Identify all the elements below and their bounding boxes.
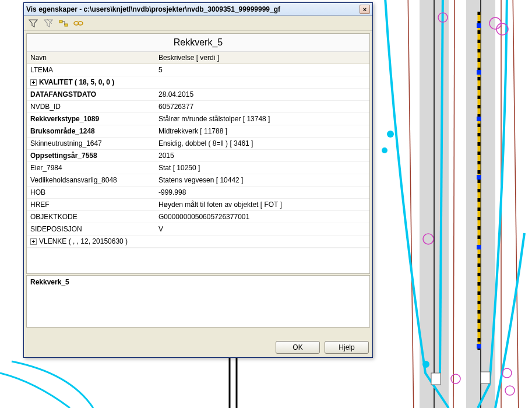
property-row[interactable]: HREFHøyden målt til foten av objektet [ … xyxy=(27,199,369,211)
property-value: Stålrør m/runde stålstolper [ 13748 ] xyxy=(155,113,369,125)
svg-rect-12 xyxy=(477,117,481,121)
property-key: DATAFANGSTDATO xyxy=(27,89,155,101)
svg-rect-15 xyxy=(477,344,481,349)
property-key: Eier_7984 xyxy=(27,162,155,174)
property-row[interactable]: DATAFANGSTDATO28.04.2015 xyxy=(27,89,369,101)
property-key: Skinneutrustning_1647 xyxy=(27,138,155,150)
property-key-text: Skinneutrustning_1647 xyxy=(30,139,102,147)
svg-point-17 xyxy=(382,147,387,153)
property-value: Ensidig, dobbel ( 8=ll ) [ 3461 ] xyxy=(155,138,369,150)
property-key-text: NVDB_ID xyxy=(30,103,61,111)
window-title: Vis egenskaper - c:\users\knjetl\nvdb\pr… xyxy=(26,5,360,13)
svg-rect-11 xyxy=(477,70,481,75)
property-key-text: Vedlikeholdsansvarlig_8048 xyxy=(30,176,117,184)
property-row[interactable]: OBJEKTKODEG0000000050605726377001 xyxy=(27,211,369,223)
property-row[interactable]: LTEMA5 xyxy=(27,64,369,76)
property-key-text: Bruksområde_1248 xyxy=(30,127,95,135)
svg-line-5 xyxy=(513,0,519,408)
svg-point-18 xyxy=(422,361,429,368)
selection-panel: Rekkverk_5 xyxy=(26,275,370,328)
property-value: -999.998 xyxy=(155,187,369,199)
property-key-text: HOB xyxy=(30,188,45,196)
property-key-text: Eier_7984 xyxy=(30,164,62,172)
svg-rect-31 xyxy=(59,20,62,23)
property-value: 28.04.2015 xyxy=(155,89,369,101)
svg-rect-13 xyxy=(477,175,481,180)
property-key: +VLENKE ( , , 12, 20150630 ) xyxy=(27,235,155,248)
dialog-buttons: OK Hjelp xyxy=(24,337,372,357)
svg-point-24 xyxy=(502,368,512,378)
svg-line-2 xyxy=(408,0,414,408)
property-row[interactable]: SIDEPOSISJONV xyxy=(27,223,369,235)
property-value: Stat [ 10250 ] xyxy=(155,162,369,174)
property-key: Vedlikeholdsansvarlig_8048 xyxy=(27,174,155,187)
property-row[interactable]: +VLENKE ( , , 12, 20150630 ) xyxy=(27,235,369,248)
svg-rect-10 xyxy=(477,23,481,28)
properties-panel: Rekkverk_5 Navn Beskrivelse [ verdi ] LT… xyxy=(26,33,370,274)
property-value xyxy=(155,76,369,89)
property-value: 605726377 xyxy=(155,101,369,113)
property-key: HOB xyxy=(27,187,155,199)
expand-icon[interactable]: + xyxy=(30,79,37,86)
filter-clear-icon[interactable] xyxy=(43,17,54,29)
property-value: G0000000050605726377001 xyxy=(155,211,369,223)
property-key-text: Rekkverkstype_1089 xyxy=(30,115,99,123)
svg-rect-26 xyxy=(431,373,441,385)
property-key-text: OBJEKTKODE xyxy=(30,213,77,221)
property-row[interactable]: Eier_7984Stat [ 10250 ] xyxy=(27,162,369,174)
property-value: V xyxy=(155,223,369,235)
property-row[interactable]: HOB-999.998 xyxy=(27,187,369,199)
property-key: NVDB_ID xyxy=(27,101,155,113)
property-row[interactable]: +KVALITET ( 18, 5, 0, 0 ) xyxy=(27,76,369,89)
column-header-value[interactable]: Beskrivelse [ verdi ] xyxy=(155,52,369,64)
property-value: Statens vegvesen [ 10442 ] xyxy=(155,174,369,187)
property-value: 2015 xyxy=(155,150,369,162)
property-key-text: VLENKE ( , , 12, 20150630 ) xyxy=(39,237,128,245)
property-key-text: SIDEPOSISJON xyxy=(30,225,82,233)
property-key: LTEMA xyxy=(27,64,155,76)
property-row[interactable]: Skinneutrustning_1647Ensidig, dobbel ( 8… xyxy=(27,138,369,150)
property-key-text: Oppsettingsår_7558 xyxy=(30,152,97,160)
chain-icon[interactable] xyxy=(73,17,84,29)
property-key: +KVALITET ( 18, 5, 0, 0 ) xyxy=(27,76,155,89)
svg-rect-14 xyxy=(477,245,481,249)
help-button[interactable]: Hjelp xyxy=(325,341,369,354)
property-key: Bruksområde_1248 xyxy=(27,125,155,138)
property-value: Midtrekkverk [ 11788 ] xyxy=(155,125,369,138)
svg-point-16 xyxy=(387,131,394,138)
object-title: Rekkverk_5 xyxy=(27,34,369,52)
ok-button[interactable]: OK xyxy=(276,341,320,354)
property-row[interactable]: NVDB_ID605726377 xyxy=(27,101,369,113)
property-value: Høyden målt til foten av objektet [ FOT … xyxy=(155,199,369,211)
property-key-text: KVALITET ( 18, 5, 0, 0 ) xyxy=(39,78,114,86)
property-key-text: HREF xyxy=(30,201,50,209)
selection-label: Rekkverk_5 xyxy=(30,278,69,286)
property-row[interactable]: Oppsettingsår_75582015 xyxy=(27,150,369,162)
svg-line-3 xyxy=(453,0,455,408)
property-key: OBJEKTKODE xyxy=(27,211,155,223)
property-value: 5 xyxy=(155,64,369,76)
svg-point-23 xyxy=(451,374,460,384)
property-key: HREF xyxy=(27,199,155,211)
column-header-name[interactable]: Navn xyxy=(27,52,155,64)
close-button[interactable]: × xyxy=(360,5,370,14)
svg-rect-32 xyxy=(65,24,68,26)
svg-rect-27 xyxy=(481,372,490,384)
toolbar xyxy=(24,16,372,31)
property-row[interactable]: Bruksområde_1248Midtrekkverk [ 11788 ] xyxy=(27,125,369,138)
properties-dialog: Vis egenskaper - c:\users\knjetl\nvdb\pr… xyxy=(23,2,373,358)
properties-grid: Navn Beskrivelse [ verdi ] LTEMA5+KVALIT… xyxy=(27,52,369,248)
property-row[interactable]: Rekkverkstype_1089Stålrør m/runde stålst… xyxy=(27,113,369,125)
property-key: Rekkverkstype_1089 xyxy=(27,113,155,125)
property-key-text: LTEMA xyxy=(30,66,53,74)
link-objects-icon[interactable] xyxy=(58,17,69,29)
expand-icon[interactable]: + xyxy=(30,238,37,245)
svg-point-25 xyxy=(505,386,515,395)
property-key-text: DATAFANGSTDATO xyxy=(30,90,96,99)
filter-icon[interactable] xyxy=(27,17,39,29)
titlebar[interactable]: Vis egenskaper - c:\users\knjetl\nvdb\pr… xyxy=(24,3,372,16)
property-value xyxy=(155,235,369,248)
property-key: SIDEPOSISJON xyxy=(27,223,155,235)
property-row[interactable]: Vedlikeholdsansvarlig_8048Statens vegves… xyxy=(27,174,369,187)
property-key: Oppsettingsår_7558 xyxy=(27,150,155,162)
